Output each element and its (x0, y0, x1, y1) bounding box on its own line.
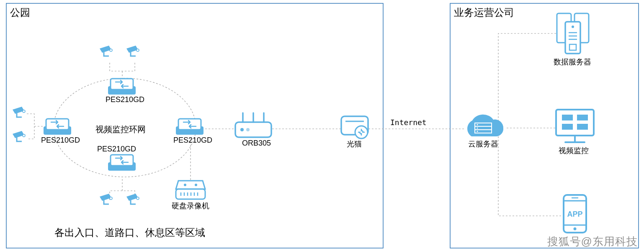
watermark: 搜狐号@东用科技 (547, 234, 638, 249)
camera-icon (100, 194, 112, 204)
monitor-icon (556, 110, 594, 142)
camera-icon (126, 46, 139, 56)
switch-left-label: PES210GD (41, 136, 80, 145)
caption: 各出入口、道路口、休息区等区域 (54, 226, 205, 239)
camera-icon (13, 107, 25, 117)
switch-right-label: PES210GD (173, 136, 212, 145)
switch-icon (108, 79, 136, 95)
switch-icon (108, 155, 136, 171)
ring-label: 视频监控环网 (95, 124, 146, 135)
cloud-label: 云服务器 (468, 139, 498, 149)
app-icon (564, 195, 586, 233)
camera-icon (126, 194, 139, 204)
servers-icon (557, 13, 589, 54)
servers-label: 数据服务器 (554, 57, 591, 67)
switch-icon (44, 119, 71, 135)
switch-top-label: PES210GD (106, 95, 144, 104)
router-icon (235, 113, 271, 137)
nvr-icon (176, 181, 205, 199)
cloud-icon (467, 115, 503, 136)
switch-bottom-label: PES210GD (97, 145, 136, 154)
company-title: 业务运营公司 (454, 6, 514, 19)
modem-icon (341, 116, 368, 138)
modem-label: 光猫 (347, 139, 362, 149)
router-label: ORB305 (242, 139, 271, 148)
internet-label: Internet (390, 118, 427, 127)
monitor-label: 视频监控 (559, 146, 589, 156)
park-title: 公园 (10, 6, 30, 19)
camera-icon (100, 46, 112, 56)
switch-icon (176, 119, 204, 135)
nvr-label: 硬盘录像机 (172, 201, 209, 211)
camera-icon (13, 131, 25, 141)
